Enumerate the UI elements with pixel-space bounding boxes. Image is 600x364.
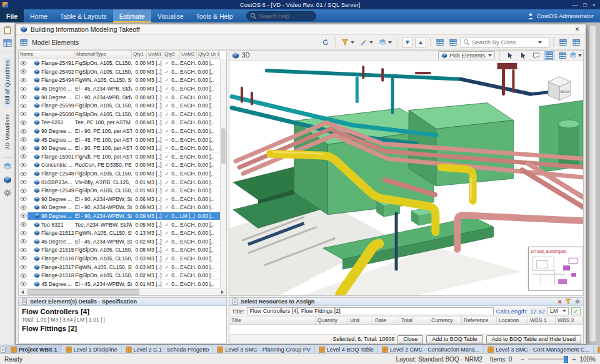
menu-tab-home[interactable]: Home [24,9,54,22]
multi-select-button[interactable] [518,51,528,60]
vertical-scrollbar[interactable] [220,59,226,289]
table-row[interactable]: Flange-12549FlgSlpOn, A105, CL150, FF...… [19,187,220,195]
table-row[interactable]: 45 Degree ...El - 45, A234-WPBW, StdW...… [19,280,220,288]
table-row[interactable]: 45 Degree ...El - 45, PE 100, per ASTM D… [19,135,220,144]
uom2-value[interactable]: EACH.. [180,102,197,109]
sort-ascending-button[interactable]: ▲ [415,37,426,48]
uom2-value[interactable]: EACH.. [180,137,197,143]
visibility-eye-icon[interactable] [19,187,28,195]
uom2-value[interactable]: EACH.. [180,187,197,194]
cube-icon[interactable] [3,175,12,184]
table-row[interactable]: Tee-6251Tee, PE 100, per ASTM D33...0.00… [19,119,220,127]
table-row[interactable]: 90 Degree ...El - 90, A234-WPB, StdW, B.… [19,93,220,102]
grid-toggle-button[interactable] [544,51,554,60]
resources-header[interactable]: Select Resources to Assign × [229,298,583,306]
table-row[interactable]: 90 Degree ...El - 90, A234-WPBW, StdW...… [19,195,220,204]
table-row[interactable]: 90 Degree ...El - 90, PE 100, per ASTM D… [19,127,220,136]
uom1-value[interactable]: M3 [..] [147,239,163,245]
uom1-value[interactable]: M3 [..] [147,94,163,101]
minimap-overlay[interactable]: erTreat_BuildingSto [528,247,583,290]
uom1-value[interactable]: M3 [..] [147,86,163,92]
uom1-value[interactable]: M3 [..] [147,102,163,109]
column-header-qty2[interactable]: Qty2 [163,51,180,59]
maximize-button[interactable]: □ [583,2,586,8]
uom2-value[interactable]: EACH.. [180,281,197,287]
table-row[interactable]: 45 Degree ...El - 45, A234-WPB, StdW, B.… [19,85,220,94]
uom2-value[interactable]: EACH.. [180,154,197,160]
menu-tab-table-layouts[interactable]: Table & Layouts [54,9,113,22]
visibility-eye-icon[interactable] [19,237,28,245]
menu-tab-estimate[interactable]: Estimate [113,9,151,22]
zoom-slider[interactable] [528,358,568,360]
uom1-value[interactable]: M3 [..] [147,204,163,210]
visibility-eye-icon[interactable] [19,195,28,204]
visibility-eye-icon[interactable] [19,102,28,110]
uom1-value[interactable]: M3 [..] [147,154,163,160]
column-header-qty1[interactable]: Qty1 [132,51,147,59]
navigation-cube[interactable]: BACK [548,77,571,101]
sheet-icon[interactable] [0,345,7,353]
table-row[interactable]: Flange-21516FlgSlpOn, A105, CL150, FF...… [19,255,220,263]
3d-canvas[interactable]: BACK erTreat_BuildingSto [229,61,583,295]
pick-elements-button[interactable]: Pick Elements [438,51,495,59]
refresh-button[interactable] [320,37,331,48]
uom2-value[interactable]: EACH.. [180,272,197,278]
scrollbar-thumb[interactable] [221,128,226,164]
bottom-tab-project-wbs-1[interactable]: Project WBS 1 [7,345,62,353]
uom2-value[interactable]: EACH.. [180,204,197,210]
close-button[interactable]: Close [398,335,423,343]
uom2-value[interactable]: EACH.. [180,264,197,270]
confirm-button[interactable]: ✓ [571,307,581,315]
visibility-eye-icon[interactable] [19,68,28,76]
visibility-eye-icon[interactable] [19,76,28,84]
table-row[interactable]: Flange-15901FlgAdt, PE 100, per ASTM D..… [19,153,220,162]
assignment-title-input[interactable] [247,307,493,315]
table-row[interactable]: Flange-21518FlgSlpOn, A105, CL150, FF...… [19,272,220,280]
table-row[interactable]: Flange-21512FlgWN, A105, CL150, StdWt...… [19,229,220,238]
visibility-eye-icon[interactable] [19,255,28,263]
uom2-value[interactable]: EACH.. [180,111,197,117]
scrollbar-thumb[interactable] [28,289,139,295]
visibility-eye-icon[interactable] [19,144,28,152]
boq-table-icon-button[interactable] [558,37,569,48]
uom1-value[interactable]: M3 [..] [147,179,163,185]
bottom-tab-masterformat-2016[interactable]: MasterFormat 2016 ... [594,345,600,353]
table-row[interactable]: Flange-25492FlgSlpOn, A105, CL150, RF...… [19,68,220,77]
gear-icon[interactable] [574,298,581,305]
column-header-q[interactable]: Q... [216,51,220,59]
visibility-eye-icon[interactable] [19,153,28,161]
visibility-eye-icon[interactable] [19,212,28,220]
table-row[interactable]: Concentric ...RedCon, PE D3350, PE, D32.… [19,161,220,170]
uom1-value[interactable]: M3 [..] [147,128,163,134]
uom2-value[interactable]: EACH.. [180,247,197,253]
uom1-value[interactable]: M3 [..] [147,77,163,83]
uom2-value[interactable]: EACH.. [180,196,197,202]
clear-selection-button[interactable]: × [558,298,562,305]
class-search-box[interactable] [461,37,549,47]
filter-dropdown-button[interactable] [339,37,356,48]
table-row[interactable]: 90 Degree ...El - 90, PE 100, per ASTM D… [19,144,220,153]
visibility-eye-icon[interactable] [19,229,28,237]
bottom-tab-level-4-boq-table[interactable]: Level 4 BOQ Table [315,345,378,353]
uom-select[interactable]: LM [548,307,569,315]
resource-column-quantity[interactable]: Quantity [316,317,348,324]
visibility-eye-icon[interactable] [19,204,28,212]
visibility-eye-icon[interactable] [19,246,28,254]
uom1-value[interactable]: M3 [..] [147,145,163,151]
class-search-input[interactable] [472,39,534,46]
uom1-value[interactable]: M3 [..] [147,170,163,177]
visibility-eye-icon[interactable] [19,111,28,119]
uom2-value[interactable]: EACH.. [180,170,197,177]
close-button[interactable]: × [592,2,596,8]
horizontal-scrollbar[interactable] [19,288,226,295]
scroll-right-button[interactable] [219,288,226,295]
menu-tab-file[interactable]: File [0,9,24,22]
gear-icon[interactable] [3,189,12,197]
uom1-value[interactable]: M3 [..] [147,247,163,253]
clipboard-icon[interactable] [3,26,12,34]
resources-empty-body[interactable] [229,325,583,335]
uom2-value[interactable]: EACH.. [180,77,197,83]
scrollbar-track[interactable] [589,25,596,342]
bottom-tab-level-3-smc-planning-group-pv[interactable]: Level 3 SMC - Planning Group PV [213,345,315,353]
resource-column-reference[interactable]: Reference [462,317,497,324]
